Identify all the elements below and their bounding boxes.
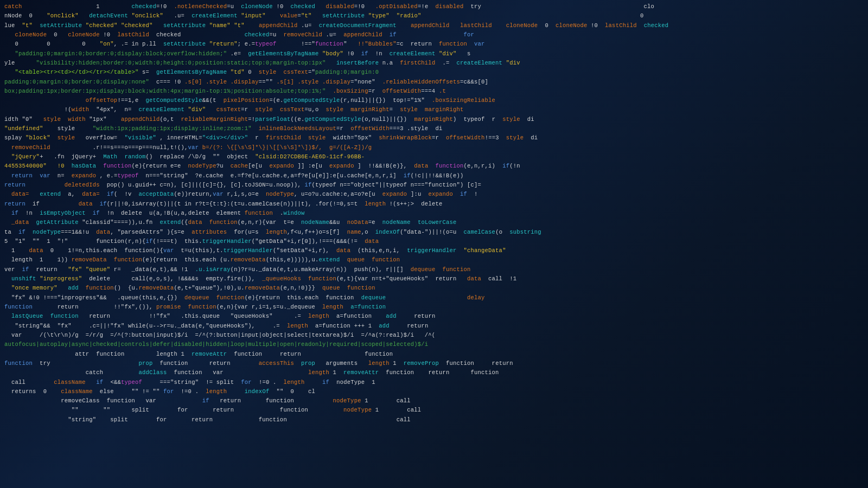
code-line: catch 1 checked=!0 .notleneChecked=u clo… xyxy=(4,2,864,11)
code-line: 5 "1" "" 1 "!" function(r,n){if(!===t) t… xyxy=(4,237,864,246)
code-line: !(width "4px", n= createElement "div" cs… xyxy=(4,105,864,114)
code-line: unshift "inprogress" delete call(e,o,s),… xyxy=(4,274,864,284)
code-line: return var n= expando , e.=typeof n==="s… xyxy=(4,171,864,181)
code-line: returns 0 className else "" != "" for !=… xyxy=(4,387,864,396)
code-line: splay "block" style overflow= "visible" … xyxy=(4,133,864,143)
code-line: padding:0;margin:0;border:0;display:none… xyxy=(4,78,864,87)
code-line: function return !!"fx",()), promise func… xyxy=(4,303,864,312)
code-line: "once memory" add function() {u.removeDa… xyxy=(4,284,864,293)
code-layer: catch 1 checked=!0 .notleneChecked=u clo… xyxy=(0,0,868,488)
code-line: offsetTop!==1,e getComputedStyle&&(t pix… xyxy=(4,96,864,105)
code-line: lue "t" setAttribute "checked" "checked"… xyxy=(4,21,864,30)
code-line: removeChild .r!==s===o===p===null,t!(),v… xyxy=(4,143,864,152)
code-line: if !n isEmptyObject if !n delete u(a,!B(… xyxy=(4,209,864,218)
code-line: ver if return "fx" "queue" r= _data(e,t)… xyxy=(4,265,864,274)
code-line: "string" split for return function call xyxy=(4,415,864,425)
code-line: 44553540000" !0 hasData function(e){retu… xyxy=(4,162,864,171)
code-line: catch addClass function var length 1 rem… xyxy=(4,368,864,377)
code-line: function try prop function return access… xyxy=(4,359,864,368)
code-line: "undefined" style "width:1px;padding:1px… xyxy=(4,124,864,133)
code-line: "" "" split for return function nodeType… xyxy=(4,406,864,415)
code-line: ta if nodeType===1&&!u data, "parsedAttr… xyxy=(4,228,864,237)
code-line: 0 0 0 "on", .= in p.ll setAttribute "ret… xyxy=(4,40,864,49)
code-line: "jQuery"+ .fn jQuery+ Math random() repl… xyxy=(4,152,864,162)
code-line: 1 data 0 1!=n,this.each function(){var t… xyxy=(4,246,864,255)
code-line: removeClass function var if return funct… xyxy=(4,396,864,406)
code-line: "<table><tr><td></td></tr></table>" s= g… xyxy=(4,68,864,77)
code-line: idth "0" style width "1px" appendChild(o… xyxy=(4,115,864,124)
code-line: data= extend a, data= if( !v acceptData(… xyxy=(4,190,864,199)
code-line: call className if <&&typeof ==="string" … xyxy=(4,378,864,387)
code-line: _data getAttribute "classid"====)),u.fn … xyxy=(4,218,864,227)
code-line: return deletedIds pop() u.guid++ c=n), [… xyxy=(4,181,864,190)
code-line: "string"&& "fx" .c=||!"fx" while(u-->r=u… xyxy=(4,322,864,331)
code-line: length 1 1)) removeData function(e){retu… xyxy=(4,255,864,265)
code-line: nNode 0 "onclick" detachEvent "onclick" … xyxy=(4,11,864,21)
code-line: "padding:0;margin:0;border:0;display:blo… xyxy=(4,49,864,59)
code-line: attr function length 1 removeAttr functi… xyxy=(4,350,864,359)
code-line: yle "visibility:hidden;border:0;width:0;… xyxy=(4,59,864,68)
code-line: "fx" &!0 !==="inprogress"&& .queue(this,… xyxy=(4,293,864,303)
code-line: box;padding:1px;border:1px;display:block… xyxy=(4,87,864,96)
code-line: autofocus|autoplay|async|checked|control… xyxy=(4,340,864,349)
code-line: lastQueue function return !!"fx" .this.q… xyxy=(4,312,864,321)
code-line: var /(\t\r\n)/g =/r/g =/^(?:button|input… xyxy=(4,331,864,340)
code-background: catch 1 checked=!0 .notleneChecked=u clo… xyxy=(0,0,868,488)
code-line: cloneNode 0 cloneNode !0 lastChild check… xyxy=(4,30,864,40)
code-line: return if data if(r||!0,isArray(t)||(t i… xyxy=(4,200,864,209)
